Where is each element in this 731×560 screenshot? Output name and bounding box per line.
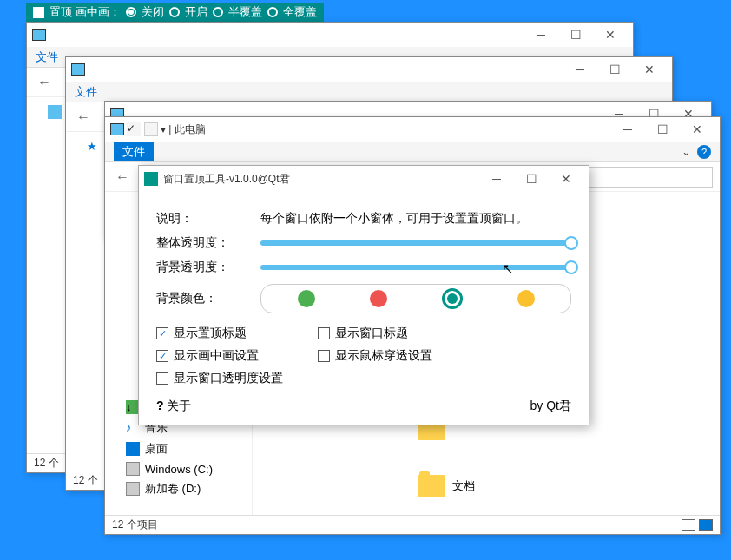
overlay-bar-window1[interactable]: 置顶 画中画： 关闭 开启 半覆盖 全覆盖	[26, 3, 324, 22]
maximize-button[interactable]: ☐	[597, 63, 632, 76]
ribbon: 文件 ⌄ ?	[105, 142, 720, 162]
pc-icon	[110, 123, 124, 135]
chk-show-opacity[interactable]: 显示窗口透明度设置	[156, 371, 283, 386]
close-button[interactable]: ✕	[632, 63, 667, 76]
minimize-button[interactable]: ─	[479, 172, 514, 186]
swatch-red[interactable]	[370, 290, 387, 307]
chk-show-pip[interactable]: ✓显示画中画设置	[156, 348, 283, 364]
close-button[interactable]: ✕	[549, 172, 583, 186]
maximize-button[interactable]: ☐	[514, 172, 549, 186]
close-button[interactable]: ✕	[593, 28, 628, 42]
titlebar[interactable]: ✓ ▾ | 此电脑 ─ ☐ ✕	[105, 117, 720, 142]
back-button[interactable]: ←	[34, 75, 55, 90]
author-label: by Qt君	[530, 399, 571, 414]
slider-thumb[interactable]	[564, 260, 578, 274]
help-icon[interactable]: ?	[697, 145, 711, 159]
dialog-title: 窗口置顶工具-v1.0.0@Qt君	[163, 172, 290, 187]
window-title: 此电脑	[175, 122, 206, 137]
chk-show-win-title[interactable]: 显示窗口标题	[318, 326, 432, 341]
sidebar-item-desktop[interactable]: 桌面	[105, 438, 252, 459]
titlebar[interactable]: ─ ☐ ✕	[66, 57, 672, 82]
about-link[interactable]: ? 关于	[156, 399, 191, 414]
maximize-button[interactable]: ☐	[645, 122, 680, 136]
qa-icon	[144, 122, 158, 136]
slider-thumb[interactable]	[564, 236, 578, 250]
minimize-button[interactable]: ─	[563, 63, 597, 76]
dialog-body: 说明： 每个窗口依附一个小窗体，可用于设置置顶窗口。 整体透明度： 背景透明度：…	[139, 192, 589, 425]
minimize-button[interactable]: ─	[610, 122, 645, 136]
bg-opacity-slider[interactable]	[260, 265, 571, 270]
back-button[interactable]: ←	[73, 109, 94, 125]
pip-close-radio[interactable]	[126, 7, 136, 17]
folder-item-docs[interactable]: 文档	[418, 475, 539, 497]
swatch-green[interactable]	[298, 290, 315, 307]
chk-show-passthrough[interactable]: 显示鼠标穿透设置	[318, 348, 432, 364]
menu-file[interactable]: 文件	[36, 49, 58, 65]
bg-opacity-label: 背景透明度：	[156, 260, 252, 275]
pip-half-radio[interactable]	[213, 7, 223, 17]
swatch-yellow[interactable]	[517, 290, 535, 307]
minimize-button[interactable]: ─	[524, 28, 558, 42]
color-swatches	[260, 284, 571, 313]
statusbar: 12 个项目	[105, 515, 720, 534]
desc-label: 说明：	[156, 211, 252, 227]
status-text: 12 个项目	[112, 517, 158, 532]
back-button[interactable]: ←	[112, 169, 133, 185]
swatch-teal[interactable]	[442, 288, 463, 309]
app-icon	[144, 172, 158, 186]
chk-show-pin-title[interactable]: ✓显示置顶标题	[156, 326, 283, 341]
desc-text: 每个窗口依附一个小窗体，可用于设置置顶窗口。	[260, 211, 571, 227]
pc-icon	[71, 63, 85, 76]
bg-color-label: 背景颜色：	[156, 291, 252, 306]
close-button[interactable]: ✕	[680, 122, 715, 136]
opacity-slider[interactable]	[260, 240, 571, 246]
pc-icon	[32, 29, 46, 41]
search-box[interactable]	[574, 167, 713, 188]
titlebar[interactable]: ─ ☐ ✕	[27, 23, 633, 47]
settings-dialog: 窗口置顶工具-v1.0.0@Qt君 ─ ☐ ✕ 说明： 每个窗口依附一个小窗体，…	[138, 165, 589, 425]
sidebar-item-d-drive[interactable]: 新加卷 (D:)	[105, 478, 252, 499]
maximize-button[interactable]: ☐	[558, 28, 593, 42]
menu-file[interactable]: 文件	[75, 84, 97, 100]
folder-icon	[418, 475, 445, 497]
qa-icon: ✓	[127, 122, 141, 136]
pip-label: 画中画：	[76, 4, 121, 20]
pip-full-radio[interactable]	[267, 7, 278, 17]
sidebar-item-c-drive[interactable]: Windows (C:)	[105, 459, 252, 478]
menu-file[interactable]: 文件	[114, 142, 154, 161]
opacity-label: 整体透明度：	[156, 235, 252, 251]
view-switcher[interactable]	[682, 519, 713, 531]
pin-checkbox[interactable]	[33, 7, 44, 18]
pip-open-radio[interactable]	[169, 7, 180, 17]
pin-label: 置顶	[49, 4, 72, 20]
dialog-titlebar[interactable]: 窗口置顶工具-v1.0.0@Qt君 ─ ☐ ✕	[139, 166, 589, 192]
